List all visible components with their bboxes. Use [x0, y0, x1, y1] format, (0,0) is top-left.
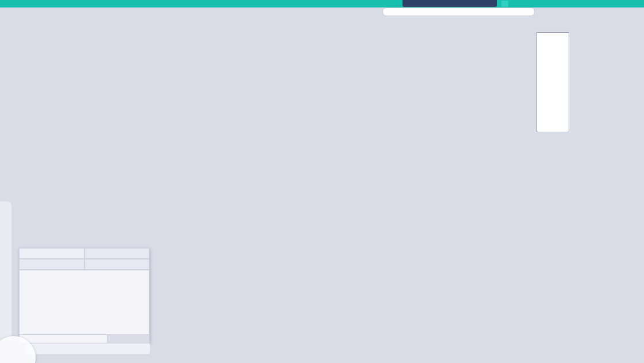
quick-access-toolbar	[0, 7, 379, 17]
input-panel-tab[interactable]	[19, 248, 85, 259]
title-bar	[0, 0, 644, 7]
input-panel	[19, 248, 150, 343]
left-toolbar	[0, 201, 12, 341]
wheel-disc	[0, 336, 36, 363]
snap-toolbar	[26, 343, 151, 355]
tags-dropdown[interactable]	[85, 259, 150, 270]
new-tab-button[interactable]	[501, 1, 508, 7]
view-navigation-wheel[interactable]	[0, 336, 36, 363]
result-legend	[536, 32, 569, 132]
workspaces-dropdown[interactable]	[85, 248, 150, 259]
categories-dropdown[interactable]	[19, 259, 85, 270]
tool-icon-grid	[19, 270, 150, 335]
project-tab[interactable]	[402, 0, 497, 7]
scia-application-window: { "titlebar":{ "app_name":"SCIA","versio…	[0, 0, 644, 363]
command-line-input[interactable]	[382, 7, 535, 16]
